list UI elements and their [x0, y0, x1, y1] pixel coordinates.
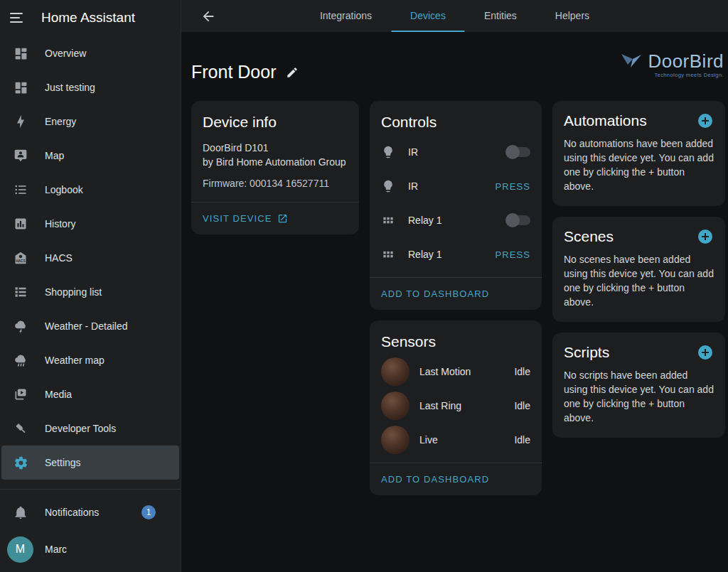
lightning-icon [12, 113, 29, 130]
main-area: Integrations Devices Entities Helpers Fr… [181, 0, 728, 572]
dashboard-icon [12, 45, 29, 62]
press-button[interactable]: PRESS [495, 249, 530, 260]
scripts-empty-text: No scripts have been added using this de… [552, 365, 725, 438]
edit-pencil-icon[interactable] [286, 66, 299, 79]
doorbird-tagline: Technology meets Design. [654, 72, 724, 78]
sidebar-item-hacs[interactable]: HACS HACS [1, 241, 179, 275]
logbook-icon [12, 181, 29, 198]
sidebar-item-label: Settings [45, 457, 81, 468]
tab-devices[interactable]: Devices [391, 0, 465, 32]
add-scene-plus-icon[interactable] [697, 228, 714, 245]
doorbird-bird-icon [621, 52, 643, 70]
sensor-row[interactable]: Last Motion Idle [370, 355, 542, 389]
press-button[interactable]: PRESS [495, 181, 530, 192]
controls-card: Controls IR [370, 101, 542, 310]
column-controls: Controls IR [370, 101, 542, 495]
device-firmware: Firmware: 000134 16527711 [203, 176, 348, 190]
toggle-switch[interactable] [506, 215, 530, 225]
add-script-plus-icon[interactable] [697, 344, 714, 361]
sensor-label: Live [419, 434, 504, 446]
sidebar-item-label: HACS [45, 252, 73, 264]
app-window: Home Assistant Overview Just testing Ene… [0, 0, 728, 572]
content: Front Door DoorBird Technology meets Des… [181, 32, 728, 572]
sensor-row[interactable]: Last Ring Idle [370, 389, 542, 423]
doorbird-logo: DoorBird Technology meets Design. [621, 52, 724, 78]
sidebar-divider [0, 489, 181, 490]
external-link-icon [277, 213, 288, 224]
sidebar-item-logbook[interactable]: Logbook [1, 173, 179, 207]
sidebar-item-energy[interactable]: Energy [1, 104, 179, 139]
sidebar-item-shopping-list[interactable]: Shopping list [1, 275, 179, 309]
sidebar-item-map[interactable]: Map [1, 139, 179, 173]
device-manufacturer: by Bird Home Automation Group [203, 155, 348, 169]
sidebar-item-settings[interactable]: Settings [1, 446, 179, 480]
gear-icon [12, 454, 29, 471]
tab-helpers[interactable]: Helpers [536, 0, 609, 32]
bell-icon [12, 504, 29, 521]
tab-integrations[interactable]: Integrations [301, 0, 391, 32]
controls-title: Controls [381, 114, 530, 131]
column-device-info: Device info DoorBird D101 by Bird Home A… [191, 101, 359, 234]
page-title: Front Door [191, 62, 276, 82]
sidebar-item-media[interactable]: Media [1, 377, 179, 411]
weather-rain-icon [12, 352, 29, 369]
sensors-card: Sensors Last Motion Idle Last Ring Idle [370, 320, 542, 495]
sidebar-item-just-testing[interactable]: Just testing [1, 70, 179, 104]
sidebar-item-overview[interactable]: Overview [1, 36, 179, 70]
toggle-switch[interactable] [506, 147, 530, 157]
scripts-card: Scripts No scripts have been added using… [552, 333, 725, 438]
user-name: Marc [45, 544, 67, 555]
sensor-state: Idle [514, 366, 530, 377]
add-to-dashboard-link[interactable]: ADD TO DASHBOARD [370, 277, 542, 310]
scripts-title: Scripts [564, 344, 609, 361]
device-info-card: Device info DoorBird D101 by Bird Home A… [191, 101, 359, 234]
sidebar-item-label: Just testing [45, 82, 95, 93]
list-icon [12, 284, 29, 301]
sidebar-item-history[interactable]: History [1, 207, 179, 241]
relay-icon [381, 247, 395, 261]
notifications-label: Notifications [45, 507, 99, 518]
scenes-card: Scenes No scenes have been added using t… [552, 217, 725, 322]
control-label: IR [408, 180, 482, 192]
column-related: Automations No automations have been add… [552, 101, 725, 438]
sensor-row[interactable]: Live Idle [370, 423, 542, 457]
relay-icon [381, 213, 395, 227]
notifications-badge: 1 [141, 505, 156, 519]
dashboard-icon [12, 79, 29, 96]
sidebar-item-weather-detailed[interactable]: Weather - Detailed [1, 309, 179, 343]
sidebar-item-label: Weather - Detailed [45, 320, 127, 332]
sidebar-item-developer-tools[interactable]: Developer Tools [1, 411, 179, 446]
add-to-dashboard-link[interactable]: ADD TO DASHBOARD [370, 463, 542, 495]
device-info-title: Device info [203, 114, 348, 131]
automations-empty-text: No automations have been added using thi… [552, 134, 725, 206]
sidebar-item-label: History [45, 218, 76, 230]
sidebar-item-label: Overview [45, 48, 86, 59]
add-automation-plus-icon[interactable] [697, 112, 714, 129]
app-title: Home Assistant [41, 10, 135, 26]
sidebar-user[interactable]: M Marc [0, 529, 181, 569]
sensor-thumbnail [381, 426, 410, 454]
visit-device-link[interactable]: VISIT DEVICE [191, 202, 359, 234]
menu-icon[interactable] [10, 9, 27, 26]
scenes-title: Scenes [564, 228, 614, 245]
svg-text:HACS: HACS [16, 259, 26, 263]
lightbulb-icon [381, 145, 395, 159]
sensor-thumbnail [381, 392, 410, 420]
sensor-label: Last Ring [419, 400, 504, 411]
control-label: Relay 1 [408, 215, 493, 226]
sidebar-item-label: Developer Tools [45, 423, 116, 434]
doorbird-wordmark: DoorBird Technology meets Design. [648, 52, 724, 78]
sidebar-item-label: Shopping list [45, 286, 102, 298]
tab-entities[interactable]: Entities [465, 0, 536, 32]
lightbulb-icon [381, 179, 395, 193]
media-icon [12, 386, 29, 403]
control-row: Relay 1 PRESS [370, 237, 542, 271]
sidebar-item-weather-map[interactable]: Weather map [1, 343, 179, 377]
device-model: DoorBird D101 [203, 141, 348, 155]
sidebar-item-label: Weather map [45, 355, 105, 366]
back-arrow-icon[interactable] [191, 9, 225, 24]
sidebar-item-label: Media [45, 389, 72, 400]
sidebar-item-notifications[interactable]: Notifications 1 [1, 495, 179, 529]
sensor-state: Idle [514, 434, 530, 446]
sidebar: Home Assistant Overview Just testing Ene… [0, 0, 181, 572]
